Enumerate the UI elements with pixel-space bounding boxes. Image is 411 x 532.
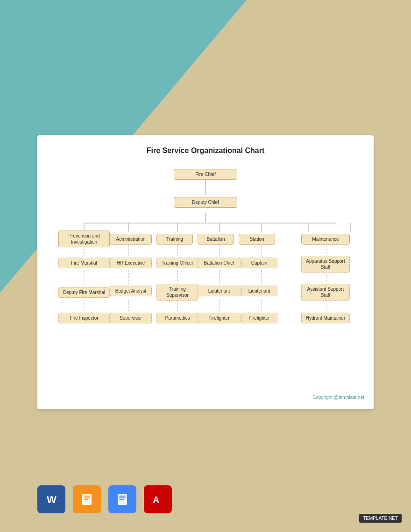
pages-icon[interactable] xyxy=(73,485,101,513)
node-fire-marshal: Fire Marshal xyxy=(58,256,110,270)
docs-icon[interactable] xyxy=(108,485,136,513)
node-lieutenant2: Lieutenant xyxy=(241,284,277,298)
node-firefighter1: Firefighter xyxy=(198,311,241,325)
node-station: Station xyxy=(239,231,275,246)
svg-rect-38 xyxy=(119,497,126,498)
org-chart-container: Fire Chief Deputy Chief Prevention and I… xyxy=(47,162,364,391)
node-fire-chief: Fire Chief xyxy=(174,167,237,181)
svg-rect-33 xyxy=(84,497,90,498)
node-captain: Captain xyxy=(241,256,277,270)
node-training-supervisor: Training Supervisor xyxy=(156,284,198,301)
svg-rect-32 xyxy=(84,496,90,497)
node-fire-inspector: Fire Inspector xyxy=(58,311,110,325)
svg-text:A: A xyxy=(153,495,159,505)
node-hr-executive: HR Executive xyxy=(110,256,152,270)
template-badge: TEMPLATE.NET xyxy=(359,514,402,523)
node-deputy-fire-marshal: Deputy Fire Marshal xyxy=(58,284,110,301)
node-supervisor: Supervisor xyxy=(110,311,152,325)
node-hydrant-maintainer: Hydrant Maintainer xyxy=(301,311,350,325)
node-apparatus-support: Apparatus Support Staff xyxy=(301,256,350,273)
node-training: Training xyxy=(156,231,193,246)
node-assistant-support: Assistant Support Staff xyxy=(301,284,350,301)
node-training-officer: Training Officer xyxy=(156,256,198,270)
node-maintenance: Maintenance xyxy=(301,231,350,246)
acrobat-icon[interactable]: A xyxy=(144,485,172,513)
svg-text:W: W xyxy=(47,494,57,505)
org-chart-card: Fire Service Organizational Chart xyxy=(37,135,374,409)
bottom-icons: W A xyxy=(37,485,172,513)
node-deputy-chief: Deputy Chief xyxy=(174,195,237,209)
copyright-text: Copyright @template.net xyxy=(47,395,364,400)
node-battalion: Battalion xyxy=(198,231,234,246)
node-firefighter2: Firefighter xyxy=(241,311,277,325)
word-icon[interactable]: W xyxy=(37,485,65,513)
svg-rect-34 xyxy=(84,499,88,500)
svg-rect-39 xyxy=(119,499,124,500)
node-battalion-chief: Battalion Chief xyxy=(198,256,241,270)
node-lieutenant1: Lieutenant xyxy=(198,284,241,298)
node-prevention: Prevention and Investigation xyxy=(58,231,110,246)
node-administration: Administration xyxy=(110,231,152,246)
svg-rect-37 xyxy=(119,496,126,497)
node-paramedics: Paramedics xyxy=(156,311,198,325)
chart-title: Fire Service Organizational Chart xyxy=(47,147,364,155)
node-budget-analyst: Budget Analyst xyxy=(110,284,152,298)
